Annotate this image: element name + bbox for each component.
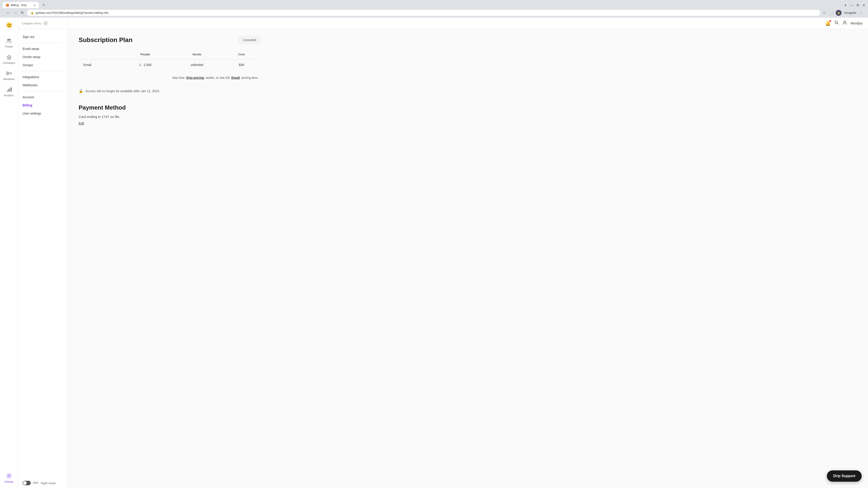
menu-item-webhooks[interactable]: Webhooks [18, 81, 68, 89]
night-mode-label: Night mode [41, 482, 56, 485]
top-header: 🔔 Moodjoy [68, 18, 868, 29]
night-mode-toggle[interactable] [23, 481, 31, 485]
browser-addressbar: ← → ↻ 🔒 getdrip.com/7641396/settings/bil… [3, 10, 865, 18]
menu-dots-icon[interactable]: ⋮ [859, 11, 863, 15]
menu-item-groups[interactable]: Groups [18, 61, 68, 69]
collapse-icon [43, 21, 48, 26]
plan-table: People Sends Cost Email 1 - 2,500 unlimi… [79, 49, 260, 70]
svg-point-15 [844, 21, 846, 23]
settings-icon [5, 472, 13, 480]
toggle-thumb [23, 481, 27, 485]
collapse-menu-button[interactable]: Collapse menu [18, 18, 68, 29]
tab-title: Billing · Drip [11, 3, 26, 7]
pricing-text-end: pricing tiers. [242, 76, 258, 79]
drip-support-button[interactable]: Drip Support [827, 470, 862, 482]
menu-item-user-settings[interactable]: User settings [18, 109, 68, 118]
access-warning-text: Access will no longer be available after… [86, 89, 160, 93]
menu-item-onsite-setup[interactable]: Onsite setup [18, 53, 68, 61]
minimize-dropdown-icon[interactable]: ▾ [845, 3, 846, 7]
email-pricing-link[interactable]: Email [231, 76, 240, 79]
menu-item-sign-out[interactable]: Sign out [18, 33, 68, 41]
new-tab-button[interactable]: + [41, 2, 47, 8]
window-icon[interactable]: ⬜ [829, 11, 833, 15]
app-container: 😊 People Campaign [0, 18, 868, 488]
svg-rect-8 [7, 90, 8, 92]
svg-rect-9 [8, 89, 9, 92]
people-label: People [5, 45, 13, 48]
app-logo[interactable]: 😊 [4, 20, 14, 30]
payment-section: Payment Method Card ending in 1747 on fi… [79, 104, 260, 125]
col-header-cost: Cost [223, 50, 260, 59]
menu-item-billing[interactable]: Billing [18, 101, 68, 109]
close-button[interactable]: ✕ [863, 3, 865, 7]
sidebar-item-analytics[interactable]: Analytics [1, 84, 17, 99]
user-name-header: Incognito [844, 11, 856, 14]
payment-title: Payment Method [79, 104, 260, 111]
user-name[interactable]: Moodjoy [850, 22, 863, 25]
address-bar[interactable]: 🔒 getdrip.com/7641396/settings/billing?s… [27, 10, 820, 16]
sidebar-item-settings[interactable]: Settings [1, 470, 17, 485]
svg-point-2 [7, 39, 9, 41]
refresh-button[interactable]: ↻ [20, 10, 25, 16]
icon-sidebar: 😊 People Campaign [0, 18, 18, 488]
main-content: 🔔 Moodjoy Subscription Plan [68, 18, 868, 488]
edit-payment-link[interactable]: Edit [79, 122, 84, 125]
star-icon[interactable]: ☆ [823, 11, 826, 15]
pricing-text-works: works, or see full [206, 76, 230, 79]
content-body: Subscription Plan Canceled People Sends … [68, 29, 271, 133]
forward-button[interactable]: → [13, 10, 18, 16]
window-controls: ▾ — ⧉ ✕ [845, 3, 865, 7]
browser-actions: ☆ ⬜ 🕵 Incognito ⋮ [823, 10, 863, 16]
menu-item-account[interactable]: Account [18, 93, 68, 101]
campaigns-label: Campaigns [3, 61, 16, 64]
plan-people: 1 - 2,500 [120, 59, 171, 70]
browser-chrome: 😊 Billing · Drip ✕ + ▾ — ⧉ ✕ ← → ↻ 🔒 get… [0, 0, 868, 18]
settings-label: Settings [4, 480, 13, 483]
minimize-button[interactable]: — [850, 3, 853, 7]
svg-text:😊: 😊 [6, 22, 12, 28]
col-header-plan [79, 50, 120, 59]
tab-favicon: 😊 [6, 4, 9, 7]
analytics-label: Analytics [4, 94, 14, 97]
plan-sends: unlimited [171, 59, 223, 70]
expanded-sidebar: Collapse menu Sign out Email setup Onsit… [18, 18, 68, 488]
pricing-info: See how Drip pricing works, or see full … [79, 76, 260, 79]
night-mode-row: OFF Night mode [18, 478, 68, 488]
sidebar-item-workflows[interactable]: Workflows [1, 67, 17, 83]
workflows-icon [5, 70, 13, 77]
pricing-text-see: See how [172, 76, 184, 79]
sidebar-bottom: Settings [1, 470, 17, 485]
maximize-button[interactable]: ⧉ [857, 3, 859, 7]
warning-lock-icon: 🔒 [79, 89, 83, 93]
address-url: getdrip.com/7641396/settings/billing?sec… [36, 11, 108, 14]
notifications-button[interactable]: 🔔 [825, 21, 831, 26]
back-button[interactable]: ← [5, 10, 11, 16]
browser-titlebar: 😊 Billing · Drip ✕ + ▾ — ⧉ ✕ [3, 2, 865, 8]
svg-rect-7 [10, 73, 11, 74]
svg-rect-11 [11, 87, 12, 92]
access-warning: 🔒 Access will no longer be available aft… [79, 85, 260, 97]
svg-rect-4 [8, 57, 10, 59]
browser-tab[interactable]: 😊 Billing · Drip ✕ [3, 2, 39, 8]
nav-controls: ← → ↻ [5, 10, 25, 16]
sidebar-menu: Sign out Email setup Onsite setup Groups… [18, 29, 68, 121]
lock-icon: 🔒 [31, 11, 34, 14]
workflows-label: Workflows [3, 78, 15, 80]
menu-item-email-setup[interactable]: Email setup [18, 45, 68, 53]
subscription-header-row: Subscription Plan Canceled [79, 36, 260, 44]
col-header-people: People [120, 50, 171, 59]
plan-cost: $39 [223, 59, 260, 70]
user-avatar-icon [842, 20, 847, 26]
sidebar-item-people[interactable]: People [1, 35, 17, 50]
svg-point-3 [9, 39, 11, 41]
svg-rect-6 [6, 74, 8, 75]
drip-pricing-link[interactable]: Drip pricing [186, 76, 204, 79]
card-info: Card ending in 1747 on file. [79, 115, 260, 119]
menu-item-integrations[interactable]: Integrations [18, 73, 68, 81]
people-icon [5, 37, 13, 44]
search-button[interactable] [834, 20, 839, 26]
sidebar-item-campaigns[interactable]: Campaigns [1, 51, 17, 66]
incognito-badge: 🕵 [836, 10, 842, 16]
tab-close-button[interactable]: ✕ [33, 4, 36, 7]
sidebar-divider-3 [23, 91, 63, 91]
